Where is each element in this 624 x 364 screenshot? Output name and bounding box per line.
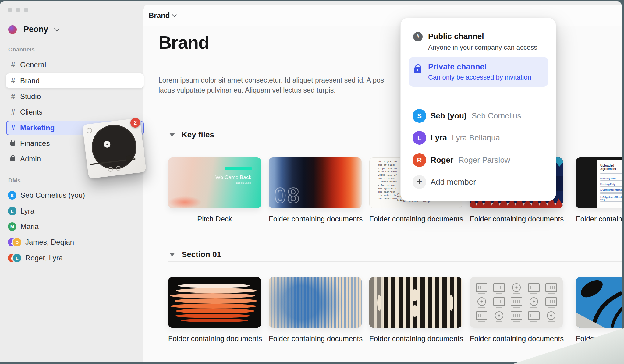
breadcrumb[interactable]: Brand (149, 11, 176, 20)
avatar: L (8, 207, 16, 215)
window-close-button[interactable] (8, 8, 12, 12)
folder-card-blue-stripes[interactable] (269, 277, 362, 328)
workspace-name: Peony (23, 25, 48, 34)
dm-name: Seb Cornelius (you) (20, 191, 85, 200)
sidebar-item-studio[interactable]: Studio (6, 89, 144, 104)
agreement-heading: 1. Confidential Information (600, 189, 622, 191)
popover-divider (401, 96, 556, 96)
gadget-icon (525, 281, 542, 295)
member-row-roger[interactable]: R Roger Roger Parslow (413, 153, 510, 167)
chevron-down-icon (172, 12, 177, 17)
dm-item-lyra[interactable]: L Lyra (6, 205, 142, 217)
lens-shape (449, 295, 453, 311)
dm-item-seb[interactable]: S Seb Cornelius (you) (6, 189, 142, 201)
agreement-heading: 2. Obligations of Receiving Party (600, 196, 622, 200)
folder-card-gadget-icons[interactable] (470, 277, 563, 328)
dm-item-roger-lyra[interactable]: R L Roger, Lyra (6, 252, 142, 264)
card-caption: Folder containing documents (269, 334, 362, 343)
avatar: S (413, 109, 426, 123)
avatar: D (13, 238, 21, 246)
member-full-name: Seb Cornelius (471, 111, 521, 121)
gadget-icon (508, 281, 525, 295)
agreement-title: Uploaded Agreement (600, 164, 622, 171)
dm-item-james-deqian[interactable]: J D James, Deqian (6, 236, 142, 248)
agreement-heading: Disclosing Party (600, 177, 622, 179)
gadget-icon-grid (473, 281, 560, 323)
workspace-switcher[interactable]: Peony (8, 25, 59, 34)
sidebar-item-general[interactable]: General (6, 58, 144, 72)
dm-item-maria[interactable]: M Maria (6, 221, 142, 233)
hash-icon (413, 32, 423, 41)
pitch-deck-cover-text: We Came Back Design Studio (215, 175, 251, 184)
option-subtitle: Can only be accessed by invitation (428, 73, 531, 81)
card-caption: Folder containing documents (470, 215, 563, 223)
channel-label: Finances (20, 139, 50, 148)
lock-icon (10, 157, 15, 161)
hash-icon (10, 108, 16, 116)
page-description: Lorem ipsum dolor sit amet consectetur. … (158, 75, 384, 95)
text-line (600, 186, 622, 187)
text-line (600, 180, 622, 181)
option-private-channel[interactable] (409, 57, 548, 87)
card-caption: Folder containing documents (168, 334, 261, 343)
card-caption: Folder containing documents (470, 334, 563, 343)
window-zoom-button[interactable] (24, 8, 28, 12)
channel-label: Studio (20, 92, 41, 101)
avatar: M (8, 222, 16, 231)
folder-card-gradient[interactable]: 08 (269, 157, 362, 208)
folder-card-agreement[interactable]: Uploaded Agreement Disclosing Party Rece… (576, 157, 622, 208)
add-member-button[interactable]: Add member (413, 175, 476, 189)
text-line (600, 175, 619, 175)
gadget-icon (542, 281, 560, 295)
channel-visibility-popover: Public channel Anyone in your company ca… (400, 18, 556, 201)
window-minimize-button[interactable] (16, 8, 20, 12)
lens-shape (411, 289, 419, 301)
card-caption: Pitch Deck (168, 215, 261, 223)
lock-icon (10, 142, 15, 146)
member-full-name: Lyra Bellaqua (452, 133, 500, 143)
card-caption: Folder containing documents (269, 215, 362, 223)
collapse-triangle-icon[interactable] (169, 253, 175, 256)
collapse-triangle-icon[interactable] (169, 133, 175, 137)
gadget-icon (508, 309, 525, 323)
gadget-icon (542, 295, 560, 309)
section-title: Key files (182, 130, 214, 140)
member-name: Lyra (431, 133, 447, 143)
gray-triangle (576, 313, 605, 328)
folder-card-black-bars[interactable] (369, 277, 462, 328)
lens-shape (411, 305, 419, 317)
text-line (600, 192, 622, 193)
channel-label: Marketing (20, 124, 55, 132)
pitch-deck-accent-bar (225, 167, 252, 170)
member-row-seb[interactable]: S Seb (you) Seb Cornelius (413, 109, 521, 123)
folder-card-plant[interactable] (576, 277, 622, 328)
gadget-icon (525, 295, 542, 309)
gadget-icon (473, 295, 490, 309)
member-full-name: Roger Parslow (458, 155, 510, 165)
avatar: S (8, 191, 16, 200)
breadcrumb-label: Brand (149, 11, 170, 20)
sidebar-item-clients[interactable]: Clients (6, 105, 144, 119)
stripe-scrim (269, 277, 362, 328)
member-name: Roger (431, 155, 453, 165)
card-caption: Folder containing documents (369, 215, 462, 223)
avatar: L (413, 131, 426, 145)
vinyl-record-icon (89, 122, 139, 172)
member-row-lyra[interactable]: L Lyra Lyra Bellaqua (413, 131, 500, 145)
text-line (600, 201, 622, 202)
dm-name: Roger, Lyra (25, 254, 63, 262)
option-title: Public channel (428, 32, 484, 41)
section-title: Section 01 (182, 250, 221, 259)
sidebar-item-brand[interactable]: Brand (6, 73, 144, 88)
unread-badge: 2 (130, 118, 140, 128)
hash-icon (10, 61, 16, 69)
script-text: JULIA (32) le mug of black slept. The hu… (378, 160, 397, 200)
file-card-pitch-deck[interactable]: We Came Back Design Studio (168, 157, 261, 208)
gadget-icon (490, 295, 508, 309)
dm-name: Lyra (20, 207, 34, 215)
gadget-icon (508, 295, 525, 309)
folder-card-orange-waves[interactable] (168, 277, 261, 328)
ghost-numerals: 08 (274, 183, 300, 208)
gadget-icon (490, 281, 508, 295)
channel-label: Admin (20, 155, 41, 163)
